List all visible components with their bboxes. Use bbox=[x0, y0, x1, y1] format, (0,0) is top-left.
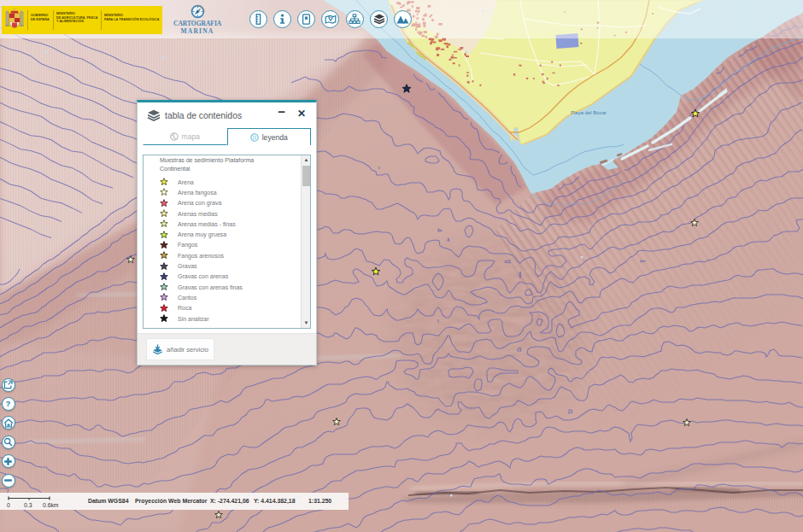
svg-text:0: 0 bbox=[7, 502, 10, 508]
svg-text:Playa del Bócar: Playa del Bócar bbox=[571, 110, 607, 115]
svg-text:?: ? bbox=[6, 399, 11, 408]
svg-text:0.6km: 0.6km bbox=[43, 502, 59, 508]
svg-text:0.3: 0.3 bbox=[24, 502, 32, 508]
